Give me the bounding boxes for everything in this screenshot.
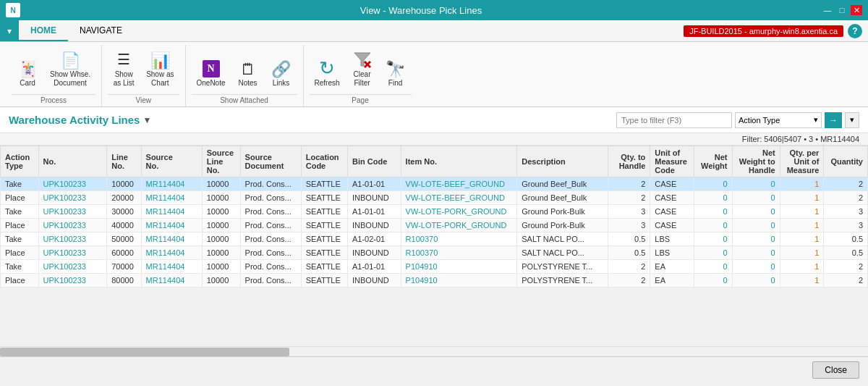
- show-whse-document-button[interactable]: 📄 Show Whse.Document: [45, 49, 95, 91]
- table-row[interactable]: TakeUPK10023330000MR11440410000Prod. Con…: [1, 205, 868, 219]
- card-label: Card: [20, 79, 35, 88]
- table-cell: 1: [780, 260, 824, 274]
- table-row[interactable]: TakeUPK10023350000MR11440410000Prod. Con…: [1, 232, 868, 246]
- show-chart-label: Show asChart: [146, 70, 174, 88]
- ribbon-group-view: ☰ Showas List 📊 Show asChart View: [102, 45, 185, 106]
- show-as-list-button[interactable]: ☰ Showas List: [108, 46, 140, 91]
- col-header-qty-to-handle: Qty. toHandle: [608, 146, 650, 177]
- onenote-label: OneNote: [197, 79, 226, 88]
- table-cell: CASE: [650, 191, 694, 205]
- table-cell: CASE: [650, 205, 694, 219]
- col-header-no: No.: [38, 146, 107, 177]
- ribbon-group-view-label: View: [108, 94, 179, 106]
- table-cell: Prod. Cons...: [240, 246, 301, 260]
- table-cell: UPK100233: [38, 274, 107, 288]
- table-cell: LBS: [650, 232, 694, 246]
- table-row[interactable]: PlaceUPK10023320000MR11440410000Prod. Co…: [1, 191, 868, 205]
- notes-button[interactable]: 🗒 Notes: [232, 58, 264, 91]
- filter-go-button[interactable]: →: [825, 112, 842, 128]
- refresh-icon: ↻: [319, 59, 335, 77]
- table-cell: 2: [824, 191, 868, 205]
- horizontal-scrollbar-thumb[interactable]: [0, 348, 289, 356]
- bottom-bar: Close: [0, 356, 868, 382]
- filter-expand-button[interactable]: ▾: [845, 112, 859, 128]
- table-cell: 1: [780, 232, 824, 246]
- table-row[interactable]: TakeUPK10023310000MR11440410000Prod. Con…: [1, 177, 868, 191]
- minimize-button[interactable]: —: [822, 5, 833, 15]
- ribbon-group-page-label: Page: [310, 94, 412, 106]
- table-cell: A1-01-01: [347, 177, 401, 191]
- table-header-row: ActionType No. LineNo. SourceNo. SourceL…: [1, 146, 868, 177]
- table-cell: MR114404: [141, 232, 202, 246]
- table-cell: 0: [694, 177, 732, 191]
- nav-tab-navigate[interactable]: NAVIGATE: [68, 20, 134, 41]
- table-cell: 0: [732, 274, 780, 288]
- table-cell: 0.5: [608, 246, 650, 260]
- col-header-net-weight: NetWeight: [694, 146, 732, 177]
- nav-dropdown-button[interactable]: ▾: [0, 20, 19, 41]
- table-row[interactable]: PlaceUPK10023340000MR11440410000Prod. Co…: [1, 219, 868, 232]
- table-cell: 1: [780, 205, 824, 219]
- show-whse-doc-label: Show Whse.Document: [50, 70, 90, 88]
- links-button[interactable]: 🔗 Links: [265, 58, 297, 91]
- col-header-qty-per-unit: Qty. perUnit ofMeasure: [780, 146, 824, 177]
- table-cell: 0: [694, 191, 732, 205]
- filter-type-chevron-icon: ▾: [814, 115, 818, 125]
- table-row[interactable]: PlaceUPK10023360000MR11440410000Prod. Co…: [1, 246, 868, 260]
- table-cell: Prod. Cons...: [240, 274, 301, 288]
- horizontal-scrollbar[interactable]: [0, 346, 868, 356]
- table-cell: CASE: [650, 219, 694, 232]
- refresh-button[interactable]: ↻ Refresh: [310, 55, 345, 91]
- onenote-button[interactable]: N OneNote: [192, 56, 231, 91]
- links-icon: 🔗: [271, 62, 291, 77]
- warehouse-lines-table: ActionType No. LineNo. SourceNo. SourceL…: [0, 146, 868, 288]
- table-body: TakeUPK10023310000MR11440410000Prod. Con…: [1, 177, 868, 288]
- table-cell: A1-01-01: [347, 260, 401, 274]
- col-header-location-code: LocationCode: [301, 146, 347, 177]
- table-cell: 3: [824, 219, 868, 232]
- table-cell: SEATTLE: [301, 191, 347, 205]
- maximize-button[interactable]: □: [836, 5, 848, 15]
- table-cell: Place: [1, 274, 39, 288]
- table-cell: 10000: [202, 260, 240, 274]
- table-cell: 2: [824, 177, 868, 191]
- table-cell: INBOUND: [347, 219, 401, 232]
- nav-tab-home[interactable]: HOME: [19, 20, 68, 41]
- close-window-button[interactable]: ✕: [851, 5, 862, 15]
- table-row[interactable]: TakeUPK10023370000MR11440410000Prod. Con…: [1, 260, 868, 274]
- col-header-source-doc: SourceDocument: [240, 146, 301, 177]
- filter-info-text: Filter: 5406|5407 • 3 • MR114404: [742, 135, 859, 143]
- table-cell: 0: [732, 191, 780, 205]
- ribbon-buttons-attached: N OneNote 🗒 Notes 🔗 Links: [192, 45, 297, 94]
- table-cell: 3: [824, 205, 868, 219]
- col-header-source-line-no: SourceLineNo.: [202, 146, 240, 177]
- table-cell: 2: [608, 191, 650, 205]
- find-button[interactable]: 🔭 Find: [380, 58, 412, 91]
- table-cell: MR114404: [141, 246, 202, 260]
- refresh-label: Refresh: [315, 79, 340, 88]
- card-button[interactable]: 🃏 Card: [12, 58, 43, 91]
- links-label: Links: [273, 79, 289, 88]
- table-cell: 2: [824, 260, 868, 274]
- table-cell: SEATTLE: [301, 246, 347, 260]
- col-header-quantity: Quantity: [824, 146, 868, 177]
- table-cell: 3: [608, 219, 650, 232]
- filter-input[interactable]: [616, 112, 732, 128]
- close-button[interactable]: Close: [812, 361, 859, 379]
- col-header-item-no: Item No.: [401, 146, 517, 177]
- table-cell: 50000: [107, 232, 141, 246]
- show-chart-button[interactable]: 📊 Show asChart: [141, 49, 179, 91]
- clear-filter-button[interactable]: ClearFilter: [346, 46, 378, 91]
- list-title-area: Warehouse Activity Lines ▼: [9, 114, 151, 126]
- ribbon-group-page: ↻ Refresh ClearFilter 🔭 Find Page: [304, 45, 417, 106]
- environment-badge: JF-BUILD2015 - amurphy-win8.axentia.ca: [684, 25, 843, 37]
- table-cell: VW-LOTE-BEEF_GROUND: [401, 191, 517, 205]
- col-header-net-weight-to-handle: NetWeight toHandle: [732, 146, 780, 177]
- table-row[interactable]: PlaceUPK10023380000MR11440410000Prod. Co…: [1, 274, 868, 288]
- list-title-chevron[interactable]: ▼: [142, 115, 151, 125]
- help-button[interactable]: ?: [848, 24, 862, 38]
- table-cell: 1: [780, 219, 824, 232]
- table-cell: POLYSTYRENE T...: [517, 260, 608, 274]
- filter-type-dropdown[interactable]: Action Type ▾: [735, 112, 822, 128]
- table-cell: 1: [780, 177, 824, 191]
